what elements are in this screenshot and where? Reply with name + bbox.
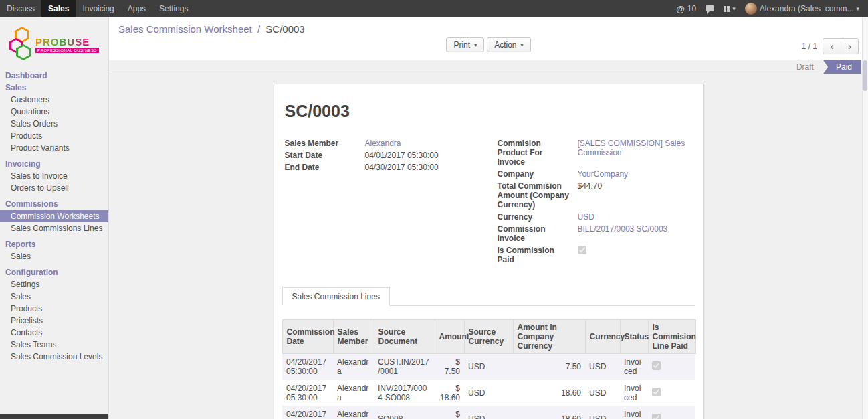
header-currency[interactable]: Currency <box>585 320 620 354</box>
tab-sales-commission-lines[interactable]: Sales Commission Lines <box>282 287 390 306</box>
sidebar-item-sales-orders[interactable]: Sales Orders <box>0 118 108 130</box>
is-commission-paid-label: Is Commission Paid <box>498 246 578 264</box>
sidebar: PROBUSE PROFESSIONAL BUSINESS Dashboard … <box>0 17 109 419</box>
cell-amount: $ 18.60 <box>435 406 464 419</box>
header-company-amount[interactable]: Amount in Company Currency <box>513 320 585 354</box>
sidebar-item-config-contacts[interactable]: Contacts <box>0 327 108 339</box>
header-status[interactable]: Status <box>620 320 648 354</box>
pager-next-button[interactable]: › <box>841 38 859 54</box>
pager-previous-button[interactable]: ‹ <box>823 38 841 54</box>
line-paid-checkbox <box>652 361 661 370</box>
table-header-row: Commission Date Sales Member Source Docu… <box>282 320 695 354</box>
sidebar-heading-sales[interactable]: Sales <box>0 82 108 94</box>
apps-grid-button[interactable]: ▾ <box>719 0 740 17</box>
line-paid-checkbox <box>652 388 661 396</box>
sidebar-item-config-settings[interactable]: Settings <box>0 278 108 290</box>
sidebar-item-sales-teams[interactable]: Sales Teams <box>0 339 108 351</box>
currency-label: Currency <box>498 212 578 222</box>
cell-source-currency: USD <box>464 380 513 406</box>
user-menu[interactable]: Alexandra (Sales_comm... ▾ <box>740 0 864 17</box>
cell-source-currency: USD <box>464 406 513 419</box>
sidebar-heading-configuration[interactable]: Configuration <box>0 266 108 278</box>
probuse-logo[interactable]: PROBUSE PROFESSIONAL BUSINESS <box>0 17 108 70</box>
print-button[interactable]: Print ▾ <box>446 37 484 52</box>
caret-down-icon: ▾ <box>521 42 524 48</box>
header-amount[interactable]: Amount <box>435 320 464 354</box>
cell-amount: $ 7.50 <box>435 354 464 380</box>
cell-currency: USD <box>585 354 620 380</box>
sidebar-item-config-pricelists[interactable]: Pricelists <box>0 315 108 327</box>
menu-apps[interactable]: Apps <box>121 0 152 17</box>
cell-sales-member: Alexandra <box>333 354 374 380</box>
sidebar-item-config-products[interactable]: Products <box>0 303 108 315</box>
status-draft[interactable]: Draft <box>787 60 823 74</box>
line-paid-checkbox <box>652 414 661 419</box>
apps-grid-icon <box>724 6 730 12</box>
logo-name: PROBUSE <box>35 36 90 48</box>
top-navbar: Discuss Sales Invoicing Apps Settings @ … <box>0 0 868 17</box>
chevron-left-icon: ‹ <box>831 41 834 52</box>
sidebar-heading-invoicing[interactable]: Invoicing <box>0 158 108 170</box>
messages-button[interactable] <box>701 0 719 17</box>
header-sales-member[interactable]: Sales Member <box>333 320 374 354</box>
commission-product-link[interactable]: [SALES COMMISSION] Sales Commission <box>578 139 693 157</box>
is-commission-paid-checkbox <box>578 246 586 254</box>
table-row[interactable]: 04/20/2017 10:35:53 Alexandra SO008 $ 18… <box>282 406 695 419</box>
sidebar-item-customers[interactable]: Customers <box>0 94 108 106</box>
breadcrumb-separator: / <box>257 23 260 35</box>
cell-amount: $ 18.60 <box>435 380 464 406</box>
menu-settings[interactable]: Settings <box>152 0 195 17</box>
activities-count: 10 <box>687 4 696 13</box>
breadcrumb-current: SC/0003 <box>265 23 304 35</box>
end-date-value: 04/30/2017 05:30:00 <box>365 163 480 172</box>
sidebar-item-products[interactable]: Products <box>0 130 108 142</box>
table-row[interactable]: 04/20/2017 05:30:00 Alexandra INV/2017/0… <box>282 380 695 406</box>
menu-invoicing[interactable]: Invoicing <box>76 0 120 17</box>
action-button[interactable]: Action ▾ <box>487 37 530 52</box>
total-commission-value: $44.70 <box>578 181 693 191</box>
sidebar-item-sales-to-invoice[interactable]: Sales to Invoice <box>0 170 108 182</box>
sales-member-link[interactable]: Alexandra <box>365 139 480 148</box>
activities-button[interactable]: @ 10 <box>671 0 701 17</box>
scrollbar-track[interactable] <box>862 17 868 419</box>
sidebar-item-sales-commissions-lines[interactable]: Sales Commissions Lines <box>0 222 108 234</box>
company-link[interactable]: YourCompany <box>578 169 693 179</box>
sidebar-item-config-sales[interactable]: Sales <box>0 290 108 303</box>
main-content: Sales Commission Worksheet / SC/0003 Pri… <box>109 17 868 419</box>
sidebar-item-sales-commission-levels[interactable]: Sales Commission Levels <box>0 351 108 363</box>
currency-link[interactable]: USD <box>578 212 693 222</box>
sidebar-item-commission-worksheets[interactable]: Commission Worksheets <box>0 210 108 222</box>
sidebar-item-product-variants[interactable]: Product Variants <box>0 142 108 154</box>
cell-status: Invoiced <box>620 380 648 406</box>
sidebar-item-quotations[interactable]: Quotations <box>0 106 108 118</box>
header-source-document[interactable]: Source Document <box>374 320 435 354</box>
commission-invoice-link[interactable]: BILL/2017/0003 SC/0003 <box>578 224 693 234</box>
chat-bubble-icon <box>706 5 714 11</box>
user-avatar <box>745 3 757 15</box>
activities-icon: @ <box>676 4 685 14</box>
cell-currency: USD <box>585 406 620 419</box>
cell-source-document: INV/2017/0004-SO008 <box>374 380 435 406</box>
header-source-currency[interactable]: Source Currency <box>464 320 513 354</box>
cell-currency: USD <box>585 380 620 406</box>
sidebar-heading-reports[interactable]: Reports <box>0 238 108 250</box>
header-line-paid[interactable]: Is Commision Line Paid <box>648 320 695 354</box>
menu-discuss[interactable]: Discuss <box>0 0 41 17</box>
sidebar-item-reports-sales[interactable]: Sales <box>0 250 108 262</box>
sidebar-heading-dashboard[interactable]: Dashboard <box>0 70 108 82</box>
menu-sales[interactable]: Sales <box>41 0 76 17</box>
breadcrumb-parent-link[interactable]: Sales Commission Worksheet <box>118 23 252 35</box>
sidebar-item-orders-to-upsell[interactable]: Orders to Upsell <box>0 182 108 194</box>
cell-line-paid <box>648 354 695 380</box>
header-commission-date[interactable]: Commission Date <box>282 320 333 354</box>
sidebar-heading-commissions[interactable]: Commissions <box>0 198 108 210</box>
control-panel: Sales Commission Worksheet / SC/0003 Pri… <box>109 17 868 60</box>
status-paid[interactable]: Paid <box>823 60 861 74</box>
notebook-tabs: Sales Commission Lines <box>282 287 695 306</box>
company-label: Company <box>498 169 578 179</box>
logo-hexagons-icon <box>9 27 32 62</box>
scrollbar-thumb[interactable] <box>863 60 867 91</box>
cell-status: Invoiced <box>620 354 648 380</box>
table-row[interactable]: 04/20/2017 05:30:00 Alexandra CUST.IN/20… <box>282 354 695 380</box>
start-date-label: Start Date <box>285 151 365 160</box>
